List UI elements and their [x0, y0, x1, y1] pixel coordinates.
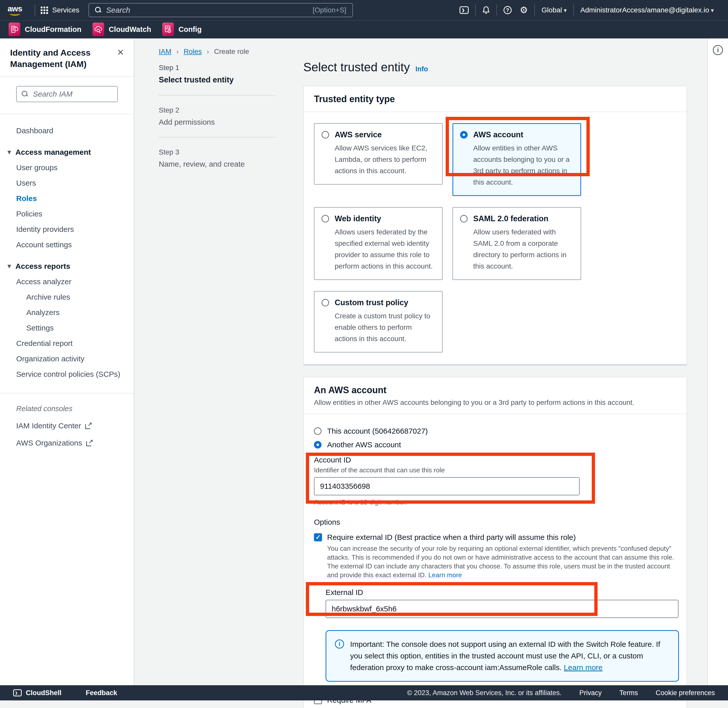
info-panel-icon[interactable]: i [713, 45, 723, 55]
wizard-step-3[interactable]: Step 3 Name, review, and create [159, 148, 276, 168]
external-link-icon [85, 422, 92, 429]
help-panel-strip: i [707, 38, 728, 685]
account-label: AdministratorAccess/amane@digitalex.io [580, 6, 709, 14]
radio-web-identity[interactable] [322, 215, 329, 222]
breadcrumb-iam[interactable]: IAM [159, 48, 171, 56]
footer-privacy-link[interactable]: Privacy [579, 689, 602, 697]
external-id-label: External ID [326, 588, 679, 597]
sidebar-item-credential-report[interactable]: Credential report [0, 335, 134, 351]
external-link-icon [86, 440, 93, 446]
an-aws-account-description: Allow entities in other AWS accounts bel… [314, 399, 676, 406]
search-shortcut-hint: [Option+S] [313, 6, 346, 14]
sidebar-item-dashboard[interactable]: Dashboard [0, 123, 134, 138]
footer-terms-link[interactable]: Terms [619, 689, 638, 697]
global-search-input[interactable]: Search [Option+S] [88, 3, 353, 17]
external-id-help-text: You can increase the security of your ro… [327, 544, 677, 580]
external-id-field-group: External ID [326, 588, 679, 618]
footer-copyright: © 2023, Amazon Web Services, Inc. or its… [407, 689, 562, 697]
region-label: Global [541, 6, 562, 14]
cloudformation-label: CloudFormation [25, 25, 81, 33]
tile-web-identity[interactable]: Web identity Allows users federated by t… [314, 207, 442, 280]
radio-saml-federation[interactable] [460, 215, 468, 222]
trusted-entity-type-heading: Trusted entity type [314, 94, 676, 104]
sidebar-item-analyzers[interactable]: Analyzers [0, 305, 134, 320]
radio-another-account[interactable] [314, 441, 322, 448]
favorite-cloudformation[interactable]: CloudFormation [9, 23, 81, 36]
external-id-input[interactable] [326, 600, 679, 618]
favorite-config[interactable]: Config [162, 23, 202, 36]
sidebar-item-settings[interactable]: Settings [0, 320, 134, 335]
sidebar-item-roles[interactable]: Roles [0, 191, 134, 206]
search-icon [95, 7, 102, 13]
options-heading: Options [314, 518, 676, 527]
favorites-bar: CloudFormation CloudWatch Config [0, 20, 728, 38]
tile-saml-federation[interactable]: SAML 2.0 federation Allow users federate… [452, 207, 581, 280]
sidebar-item-access-analyzer[interactable]: Access analyzer [0, 274, 134, 289]
an-aws-account-card: An AWS account Allow entities in other A… [303, 377, 687, 708]
services-grid-icon [41, 7, 48, 14]
sidebar-title: Identity and Access Management (IAM) [10, 47, 111, 70]
sidebar-item-scps[interactable]: Service control policies (SCPs) [0, 366, 134, 382]
breadcrumb-separator: › [177, 48, 179, 56]
breadcrumb-separator: › [207, 48, 209, 56]
step-1-label: Step 1 [159, 64, 276, 72]
wizard-step-2[interactable]: Step 2 Add permissions [159, 106, 276, 126]
services-label: Services [52, 6, 79, 14]
radio-aws-service[interactable] [322, 131, 329, 139]
sidebar-search-input[interactable]: Search IAM [16, 86, 118, 102]
sidebar-section-access-management[interactable]: Access management [0, 144, 134, 160]
an-aws-account-heading: An AWS account [314, 385, 676, 396]
sidebar-item-users[interactable]: Users [0, 175, 134, 191]
sidebar-item-user-groups[interactable]: User groups [0, 160, 134, 175]
cloudshell-icon[interactable]: ❯_ [453, 6, 475, 14]
help-icon[interactable]: ? [497, 6, 518, 14]
sidebar-link-iam-identity-center[interactable]: IAM Identity Center [16, 422, 134, 430]
require-external-id-checkbox[interactable] [314, 533, 322, 541]
tile-custom-trust-policy[interactable]: Custom trust policy Create a custom trus… [314, 291, 442, 353]
account-id-input[interactable] [314, 477, 580, 495]
services-menu-button[interactable]: Services [41, 6, 79, 14]
footer-cookie-preferences-link[interactable]: Cookie preferences [656, 689, 715, 697]
radio-aws-account[interactable] [460, 131, 468, 139]
page-info-link[interactable]: Info [416, 65, 428, 73]
external-id-learn-more-link[interactable]: Learn more [428, 571, 462, 579]
option-another-account[interactable]: Another AWS account [314, 438, 676, 451]
wizard-step-1[interactable]: Step 1 Select trusted entity [159, 64, 276, 84]
sidebar-item-organization-activity[interactable]: Organization activity [0, 351, 134, 366]
iam-sidebar: Identity and Access Management (IAM) ✕ S… [0, 38, 134, 685]
account-id-label: Account ID [314, 456, 582, 464]
sidebar-close-icon[interactable]: ✕ [117, 48, 124, 57]
favorite-cloudwatch[interactable]: CloudWatch [93, 23, 151, 36]
radio-custom-trust-policy[interactable] [322, 299, 329, 306]
alert-learn-more-link[interactable]: Learn more [564, 663, 602, 672]
sidebar-item-policies[interactable]: Policies [0, 206, 134, 222]
sidebar-section-access-reports[interactable]: Access reports [0, 258, 134, 274]
search-placeholder: Search [106, 6, 130, 15]
sidebar-item-identity-providers[interactable]: Identity providers [0, 222, 134, 237]
footer-feedback-button[interactable]: Feedback [86, 689, 117, 697]
aws-logo[interactable]: aws [7, 5, 22, 16]
sidebar-item-account-settings[interactable]: Account settings [0, 237, 134, 252]
cloudwatch-icon [93, 23, 104, 36]
step-3-label: Step 3 [159, 148, 276, 156]
aws-smile-icon [10, 12, 20, 16]
settings-gear-icon[interactable]: ⚙ [518, 6, 534, 15]
tile-aws-account[interactable]: AWS account Allow entities in other AWS … [452, 123, 581, 196]
tile-aws-service[interactable]: AWS service Allow AWS services like EC2,… [314, 123, 442, 184]
cloudformation-icon [9, 23, 20, 36]
main-content: Select trusted entity Info Trusted entit… [303, 60, 687, 708]
breadcrumb-roles[interactable]: Roles [184, 48, 202, 56]
nav-divider [35, 4, 35, 16]
require-external-id-option[interactable]: Require external ID (Best practice when … [314, 533, 676, 542]
account-menu[interactable]: AdministratorAccess/amane@digitalex.io [574, 6, 721, 14]
notifications-bell-icon[interactable] [476, 6, 496, 14]
sidebar-item-archive-rules[interactable]: Archive rules [0, 289, 134, 305]
config-icon [162, 23, 174, 36]
related-consoles-heading: Related consoles [16, 405, 134, 413]
sidebar-link-aws-organizations[interactable]: AWS Organizations [16, 439, 134, 447]
region-selector[interactable]: Global [535, 6, 573, 14]
footer-cloudshell-button[interactable]: ❯_ CloudShell [13, 689, 61, 697]
account-id-description: Identifier of the account that can use t… [314, 466, 582, 474]
radio-this-account[interactable] [314, 427, 322, 435]
option-this-account[interactable]: This account (506426687027) [314, 424, 676, 438]
